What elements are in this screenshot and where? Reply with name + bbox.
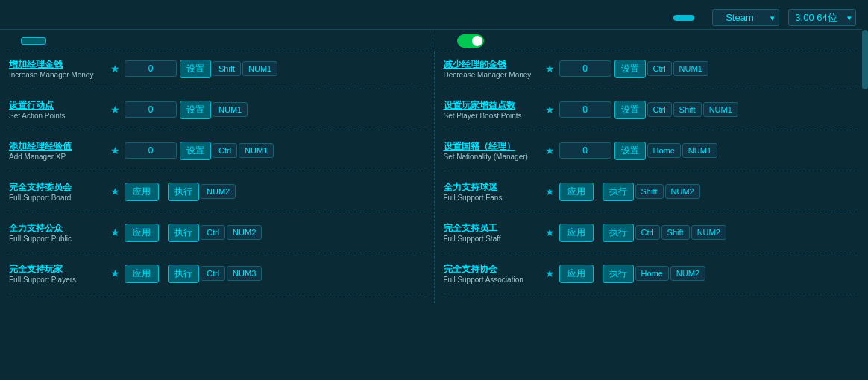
item-name-cn: 设置行动点 [9,99,106,112]
key-button[interactable]: Ctrl [201,266,225,281]
set-button[interactable]: 设置 [180,142,211,160]
hotkey-group: 设置CtrlNUM1 [180,142,274,160]
list-item: 设置行动点Set Action Points★设置NUM1 [9,95,425,124]
item-name-en: Increase Manager Money [9,71,106,79]
list-item: 设置国籍（经理）Set Nationality (Manager)★设置Home… [444,136,860,165]
hotkey-group: 设置ShiftNUM1 [180,60,277,78]
value-input[interactable] [125,142,177,159]
item-label-block: 完全支持协会Full Support Association [444,263,541,284]
list-item: 设置玩家增益点数Set Player Boost Points★设置CtrlSh… [444,95,860,124]
star-button[interactable]: ★ [109,267,122,279]
star-button[interactable]: ★ [544,63,556,75]
key-button[interactable]: NUM2 [691,225,726,240]
star-button[interactable]: ★ [109,186,122,197]
item-name-en: Set Nationality (Manager) [444,153,541,161]
scrollbar-track[interactable] [862,0,868,303]
key-button[interactable]: Ctrl [201,225,225,240]
item-name-en: Full Support Players [9,276,106,284]
exec-button[interactable]: 执行 [603,183,634,201]
key-button[interactable]: NUM1 [242,61,277,76]
key-button[interactable]: NUM1 [673,61,708,76]
star-button[interactable]: ★ [544,145,556,156]
set-button[interactable]: 设置 [180,60,211,78]
platform-select[interactable]: Steam [712,9,779,26]
item-label-block: 设置玩家增益点数Set Player Boost Points [444,99,541,120]
hotkey-group: 执行CtrlNUM2 [168,224,262,242]
star-button[interactable]: ★ [544,104,556,115]
key-button[interactable]: NUM1 [703,102,738,117]
set-button[interactable]: 设置 [614,142,646,160]
set-button[interactable]: 设置 [614,60,646,78]
value-input[interactable] [559,101,611,118]
key-button[interactable]: NUM2 [201,184,236,199]
exec-button[interactable]: 执行 [168,224,199,242]
key-button[interactable]: Home [647,143,681,158]
hotkey-toggle[interactable] [457,34,484,48]
hotkey-group: 执行CtrlShiftNUM2 [603,224,726,242]
key-button[interactable]: NUM1 [239,143,274,158]
apply-button[interactable]: 应用 [559,265,594,283]
value-input[interactable] [125,101,177,118]
item-name-en: Full Support Staff [444,235,541,243]
key-button[interactable]: NUM2 [665,184,700,199]
item-name-cn: 全力支持球迷 [444,181,541,194]
rows-section: 增加经理金钱Increase Manager Money★设置ShiftNUM1… [0,51,868,303]
version-select[interactable]: 3.00 64位 [788,9,856,26]
key-button[interactable]: NUM2 [670,266,705,281]
value-input[interactable] [559,142,611,159]
hotkey-group: 设置CtrlNUM1 [614,60,708,78]
exec-button[interactable]: 执行 [168,183,199,201]
item-label-block: 全力支持公众Full Support Public [9,222,106,243]
hotkey-group: 执行ShiftNUM2 [603,183,700,201]
key-button[interactable]: NUM3 [227,266,262,281]
star-button[interactable]: ★ [109,145,122,156]
key-button[interactable]: NUM1 [213,102,248,117]
key-button[interactable]: Ctrl [647,61,672,76]
apply-button[interactable]: 应用 [125,224,159,242]
item-label-block: 添加经理经验值Add Manager XP [9,140,106,161]
hotkey-group: 执行CtrlNUM3 [168,265,262,283]
key-button[interactable]: Shift [635,184,664,199]
key-button[interactable]: Shift [673,102,702,117]
exec-button[interactable]: 执行 [168,265,199,283]
star-button[interactable]: ★ [544,186,556,197]
star-button[interactable]: ★ [109,227,122,238]
set-button[interactable]: 设置 [614,101,646,119]
key-button[interactable]: Ctrl [213,143,237,158]
item-label-block: 设置国籍（经理）Set Nationality (Manager) [444,140,541,161]
key-button[interactable]: NUM2 [227,225,262,240]
item-name-cn: 添加经理经验值 [9,140,106,153]
hotkey-group: 设置HomeNUM1 [614,142,718,160]
star-button[interactable]: ★ [109,63,122,75]
key-button[interactable]: Home [635,266,669,281]
apply-button[interactable]: 应用 [125,265,159,283]
item-name-cn: 完全支持委员会 [9,181,106,194]
item-name-cn: 全力支持公众 [9,222,106,235]
value-input[interactable] [559,60,611,77]
set-button[interactable]: 设置 [180,101,211,119]
key-button[interactable]: Shift [661,225,690,240]
list-item: 完全支持协会Full Support Association★应用执行HomeN… [444,259,860,288]
close-all-button[interactable] [21,37,46,45]
star-button[interactable]: ★ [109,104,122,115]
key-button[interactable]: NUM1 [682,143,717,158]
key-button[interactable]: Shift [213,61,241,76]
mode-button[interactable] [673,15,694,21]
key-button[interactable]: Ctrl [635,225,660,240]
item-name-cn: 减少经理的金钱 [444,58,541,71]
apply-button[interactable]: 应用 [559,183,594,201]
top-left [9,34,433,48]
key-button[interactable]: Ctrl [647,102,672,117]
item-name-en: Decrease Manager Money [444,71,541,79]
exec-button[interactable]: 执行 [603,265,634,283]
apply-button[interactable]: 应用 [559,224,594,242]
star-button[interactable]: ★ [544,227,556,238]
list-item: 减少经理的金钱Decrease Manager Money★设置CtrlNUM1 [444,54,860,83]
list-item: 完全支持玩家Full Support Players★应用执行CtrlNUM3 [9,259,425,288]
hotkey-group: 执行HomeNUM2 [603,265,706,283]
value-input[interactable] [125,60,177,77]
exec-button[interactable]: 执行 [603,224,634,242]
star-button[interactable]: ★ [544,267,556,279]
apply-button[interactable]: 应用 [125,183,159,201]
right-column: 减少经理的金钱Decrease Manager Money★设置CtrlNUM1… [435,51,869,303]
